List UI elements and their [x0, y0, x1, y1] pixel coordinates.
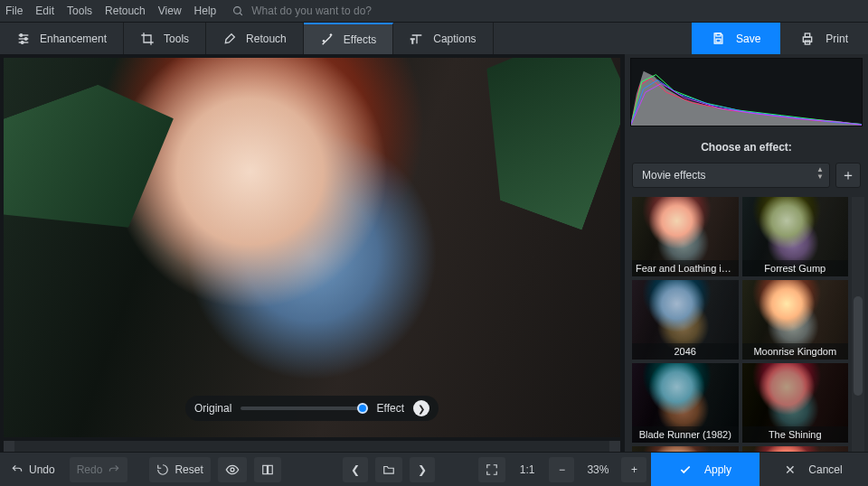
toolbar: Enhancement Tools Retouch Effects T Capt…: [0, 22, 868, 54]
toggle-preview-button[interactable]: [218, 457, 247, 482]
effect-thumbnail[interactable]: [632, 446, 739, 452]
svg-point-6: [24, 37, 27, 40]
fit-screen-button[interactable]: [478, 457, 505, 482]
reset-label: Reset: [175, 463, 203, 476]
effect-thumbnail[interactable]: Moonrise Kingdom: [742, 280, 849, 360]
tab-tools[interactable]: Tools: [124, 23, 206, 54]
main: Original Effect ❯ Choose an effect:: [0, 54, 868, 452]
compare-track[interactable]: [241, 407, 367, 410]
print-icon: [800, 32, 815, 46]
effect-thumbnail[interactable]: Blade Runner (1982): [632, 363, 739, 443]
save-icon: [712, 32, 725, 45]
tab-enhancement[interactable]: Enhancement: [0, 23, 124, 54]
save-button[interactable]: Save: [692, 23, 780, 54]
chevron-right-icon[interactable]: ❯: [413, 400, 429, 416]
select-value: Movie effects: [642, 169, 705, 182]
thumbnail-label: Blade Runner (1982): [632, 426, 739, 443]
print-label: Print: [826, 33, 848, 45]
browse-folder-button[interactable]: [375, 457, 402, 482]
chevron-left-icon: ❮: [351, 463, 360, 476]
effect-thumbnail[interactable]: 2046: [632, 280, 739, 360]
reset-button[interactable]: Reset: [149, 457, 210, 482]
menubar: File Edit Tools Retouch View Help: [0, 0, 868, 22]
actual-size-button[interactable]: 1:1: [513, 457, 542, 482]
scrollbar-thumb[interactable]: [854, 296, 863, 396]
effect-thumbnail[interactable]: [742, 446, 849, 452]
check-icon: [679, 463, 692, 476]
plus-icon: ＋: [841, 166, 855, 185]
prev-image-button[interactable]: ❮: [343, 457, 368, 482]
svg-text:T: T: [411, 38, 415, 44]
brush-icon: [222, 32, 237, 46]
svg-rect-12: [806, 33, 810, 37]
thumbnail-image: [742, 446, 849, 452]
menu-edit[interactable]: Edit: [35, 5, 54, 17]
undo-label: Undo: [29, 463, 55, 476]
horizontal-scrollbar[interactable]: [4, 441, 620, 452]
effect-thumbnails: Fear and Loathing in L...Forrest Gump204…: [632, 197, 864, 452]
tab-label: Captions: [433, 33, 476, 45]
svg-marker-14: [631, 71, 862, 126]
menu-help[interactable]: Help: [194, 5, 217, 17]
thumbnail-image: [632, 446, 739, 452]
zoom-value: 33%: [578, 463, 618, 476]
chevron-right-icon: ❯: [418, 463, 427, 476]
wand-icon: [320, 33, 335, 47]
image-canvas[interactable]: Original Effect ❯: [4, 58, 620, 437]
bottombar: Undo Redo Reset ❮ ❯ 1:1 − 33% +: [0, 452, 868, 486]
folder-icon: [382, 463, 395, 476]
sidebar: Choose an effect: Movie effects ▲▼ ＋ Fea…: [624, 54, 868, 452]
tab-label: Effects: [344, 33, 376, 46]
apply-label: Apply: [704, 463, 731, 476]
viewport: Original Effect ❯: [0, 54, 624, 452]
cancel-button[interactable]: ✕ Cancel: [760, 453, 868, 487]
svg-point-15: [231, 468, 234, 472]
minus-icon: −: [559, 463, 565, 476]
close-icon: ✕: [785, 463, 796, 477]
eye-icon: [225, 463, 240, 477]
print-button[interactable]: Print: [780, 23, 868, 54]
compare-original-label: Original: [194, 402, 231, 415]
compare-knob[interactable]: [357, 403, 368, 414]
command-search[interactable]: [232, 5, 432, 17]
menu-file[interactable]: File: [5, 5, 23, 17]
effect-thumbnail[interactable]: The Shining: [742, 363, 849, 443]
effect-category-select[interactable]: Movie effects ▲▼: [632, 163, 830, 188]
apply-button[interactable]: Apply: [651, 453, 760, 487]
svg-rect-9: [716, 33, 721, 36]
zoom-in-button[interactable]: +: [621, 457, 646, 482]
effect-thumbnail[interactable]: Fear and Loathing in L...: [632, 197, 739, 276]
sidebar-scrollbar[interactable]: [852, 197, 864, 452]
sidebar-title: Choose an effect:: [625, 130, 868, 163]
undo-button[interactable]: Undo: [4, 457, 62, 482]
menu-view[interactable]: View: [158, 5, 182, 17]
tab-retouch[interactable]: Retouch: [206, 23, 304, 54]
menu-retouch[interactable]: Retouch: [105, 5, 146, 17]
sliders-icon: [16, 32, 31, 46]
thumbnail-label: Fear and Loathing in L...: [632, 260, 739, 276]
redo-label: Redo: [77, 463, 103, 476]
redo-button[interactable]: Redo: [70, 457, 128, 482]
tab-captions[interactable]: T Captions: [393, 23, 493, 54]
effect-thumbnail[interactable]: Forrest Gump: [742, 197, 849, 276]
compare-effect-label: Effect: [377, 402, 404, 415]
reset-icon: [156, 463, 169, 476]
zoom-out-button[interactable]: −: [549, 457, 574, 482]
add-category-button[interactable]: ＋: [835, 163, 861, 188]
search-icon: [232, 5, 244, 17]
svg-point-7: [21, 41, 24, 43]
command-search-input[interactable]: [251, 5, 432, 17]
cancel-label: Cancel: [808, 463, 842, 476]
histogram-chart: [631, 59, 862, 126]
menu-tools[interactable]: Tools: [67, 5, 92, 17]
compare-split-button[interactable]: [254, 457, 281, 482]
svg-rect-17: [268, 465, 272, 473]
svg-point-5: [20, 33, 23, 36]
compare-slider[interactable]: Original Effect ❯: [185, 396, 439, 421]
svg-rect-16: [262, 465, 267, 473]
thumbnail-label: 2046: [632, 343, 739, 360]
svg-point-0: [234, 6, 241, 14]
thumbnail-label: Forrest Gump: [742, 260, 849, 276]
next-image-button[interactable]: ❯: [410, 457, 435, 482]
tab-effects[interactable]: Effects: [304, 23, 393, 54]
